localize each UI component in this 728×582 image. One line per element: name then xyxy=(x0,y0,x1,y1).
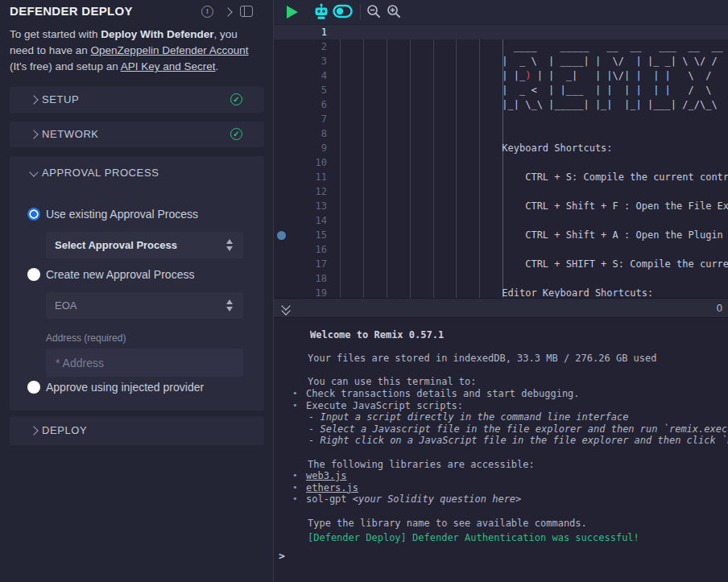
option-label: Use existing Approval Process xyxy=(46,208,198,221)
terminal-prompt[interactable]: > xyxy=(274,550,728,562)
code-line: | _ \ | ____| | \/ | |_ _| \ \/ / xyxy=(339,54,728,68)
terminal-line: Your files are stored in indexedDB, 33.3… xyxy=(274,353,728,365)
terminal-text: - Input a script directly in the command… xyxy=(308,411,628,423)
line-number[interactable]: 13 xyxy=(274,199,327,213)
terminal-text: Type the library name to see available c… xyxy=(308,518,587,529)
code-line: Editor Keyboard Shortcuts: xyxy=(339,286,728,298)
terminal-line: •Check transactions details and start de… xyxy=(274,388,728,400)
code-line xyxy=(339,184,728,199)
code-line xyxy=(339,112,728,126)
section-approval-process: APPROVAL PROCESS Use existing Approval P… xyxy=(10,156,264,411)
run-script-button[interactable] xyxy=(287,6,298,19)
library-link[interactable]: ethers.js xyxy=(306,482,358,493)
api-key-link[interactable]: API Key and Secret xyxy=(121,60,216,72)
line-number[interactable]: 16 xyxy=(274,242,327,257)
line-number[interactable]: 14 xyxy=(274,213,327,228)
sort-arrows-icon xyxy=(226,239,234,251)
remix-ai-robot-icon[interactable] xyxy=(312,3,330,21)
terminal[interactable]: Welcome to Remix 0.57.1Your files are st… xyxy=(274,319,728,582)
terminal-line: Welcome to Remix 0.57.1 xyxy=(274,329,728,341)
line-number[interactable]: 6 xyxy=(274,97,327,112)
line-number[interactable]: 11 xyxy=(274,170,327,184)
code-line: CTRL + SHIFT + S: Compile the current co… xyxy=(339,257,728,271)
section-network-header[interactable]: NETWORK ✓ xyxy=(10,122,264,147)
sort-arrows-icon xyxy=(226,299,234,312)
zoom-in-icon[interactable] xyxy=(386,3,402,19)
editor-gutter[interactable]: 12345678910111213141516171819 xyxy=(274,25,327,298)
radio-injected-provider[interactable] xyxy=(27,381,40,394)
section-deploy: DEPLOY xyxy=(10,416,264,445)
check-circle-icon: ✓ xyxy=(230,128,242,140)
line-number[interactable]: 9 xyxy=(274,141,327,155)
terminal-header[interactable]: 0 xyxy=(274,298,728,318)
terminal-text: - Right click on a JavaScript file in th… xyxy=(308,435,728,446)
line-number[interactable]: 4 xyxy=(274,68,327,83)
toolbar-divider xyxy=(360,4,361,20)
line-number[interactable]: 8 xyxy=(274,126,327,141)
code-line xyxy=(339,271,728,286)
line-number[interactable]: 7 xyxy=(274,112,327,126)
editor-code[interactable]: ____ _____ __ __ ___ __ __ | _ \ | ____|… xyxy=(339,25,728,298)
line-number[interactable]: 5 xyxy=(274,83,327,97)
code-line: | |_) | | _| | |\/| | | | \ / xyxy=(339,68,728,83)
radio-use-existing-approval[interactable] xyxy=(27,208,40,221)
section-network: NETWORK ✓ xyxy=(10,122,264,147)
terminal-text: <your Solidity question here> xyxy=(353,493,522,505)
approval-type-select[interactable]: EOA xyxy=(46,292,243,319)
chevron-right-icon xyxy=(29,95,38,104)
chevron-right-icon xyxy=(29,130,38,138)
terminal-line: •ethers.js xyxy=(274,482,728,494)
section-setup-label: SETUP xyxy=(42,93,79,105)
line-number[interactable]: 17 xyxy=(274,257,327,271)
panel-layout-icon[interactable] xyxy=(240,6,253,17)
radio-create-new-approval[interactable] xyxy=(27,268,40,281)
section-deploy-header[interactable]: DEPLOY xyxy=(10,416,264,445)
line-number[interactable]: 3 xyxy=(274,54,327,68)
openzeppelin-account-link[interactable]: OpenZeppelin Defender Account xyxy=(91,44,249,56)
address-label: Address (required) xyxy=(46,332,126,344)
code-line xyxy=(339,126,728,141)
terminal-line xyxy=(274,447,728,459)
section-setup-header[interactable]: SETUP ✓ xyxy=(10,87,264,113)
terminal-listen-count: 0 xyxy=(717,302,722,314)
terminal-line: You can use this terminal to: xyxy=(274,376,728,388)
line-number[interactable]: 1 xyxy=(274,25,327,39)
terminal-line xyxy=(274,506,728,518)
terminal-text: [Defender Deploy] Defender Authenticatio… xyxy=(308,532,639,543)
code-line xyxy=(339,242,728,257)
line-number[interactable]: 18 xyxy=(274,271,327,286)
intro-text: To get started with Deploy With Defender… xyxy=(10,27,263,75)
zoom-out-icon[interactable] xyxy=(366,3,382,19)
panel-title: DEFENDER DEPLOY xyxy=(10,4,133,18)
terminal-text: sol-gpt xyxy=(306,493,353,505)
remix-ide-window: DEFENDER DEPLOY ! To get started with De… xyxy=(0,0,728,582)
breakpoint-dot[interactable] xyxy=(277,231,286,240)
highlighted-paren: ) xyxy=(525,70,531,81)
chevron-right-icon[interactable] xyxy=(223,7,232,16)
section-approval-label: APPROVAL PROCESS xyxy=(42,167,159,179)
line-number[interactable]: 12 xyxy=(274,184,327,199)
terminal-line: [Defender Deploy] Defender Authenticatio… xyxy=(274,532,728,544)
info-circle-icon[interactable]: ! xyxy=(201,6,213,18)
library-link[interactable]: web3.js xyxy=(306,470,347,481)
bullet-marker: • xyxy=(292,482,298,494)
code-editor[interactable]: 12345678910111213141516171819 ____ _____… xyxy=(274,24,728,298)
approval-process-select[interactable]: Select Approval Process xyxy=(46,232,243,258)
section-approval-header[interactable]: APPROVAL PROCESS xyxy=(10,156,264,190)
bullet-marker: • xyxy=(292,470,298,482)
code-line xyxy=(339,155,728,170)
toggle-switch-icon[interactable] xyxy=(333,2,353,20)
collapse-terminal-icon[interactable] xyxy=(280,302,292,315)
terminal-text: Execute JavaScript scripts: xyxy=(306,400,463,411)
bullet-marker: • xyxy=(292,388,298,400)
address-input[interactable] xyxy=(46,349,243,377)
editor-toolbar xyxy=(274,0,728,25)
terminal-line: The following libraries are accessible: xyxy=(274,459,728,471)
terminal-text: Check transactions details and start deb… xyxy=(306,388,580,399)
line-number[interactable]: 10 xyxy=(274,155,327,170)
line-number[interactable]: 2 xyxy=(274,39,327,54)
line-number[interactable]: 19 xyxy=(274,286,327,298)
terminal-line: - Select a Javascript file in the file e… xyxy=(274,423,728,435)
code-line: CTRL + S: Compile the current contract xyxy=(339,170,728,184)
section-network-label: NETWORK xyxy=(42,128,99,140)
